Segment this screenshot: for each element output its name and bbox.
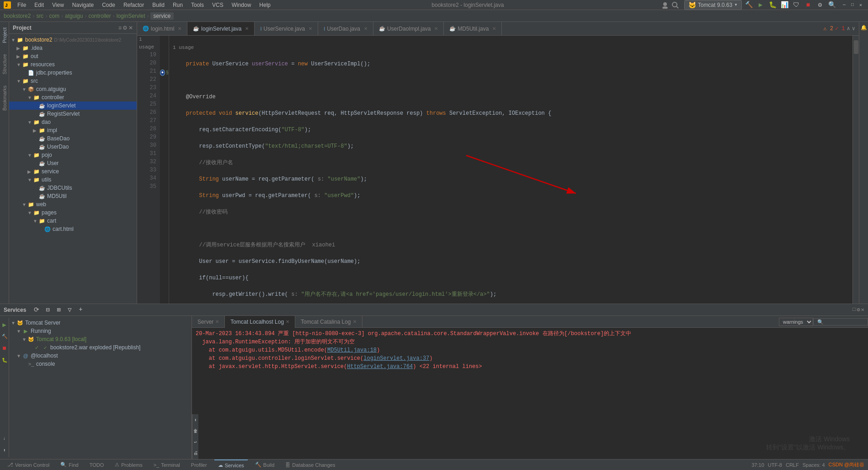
breadcrumb-controller[interactable]: controller (88, 13, 111, 19)
statusbar-profiler[interactable]: Profiler (187, 459, 211, 470)
tab-close-userdao[interactable]: ✕ (364, 26, 367, 31)
tab-md5util-java[interactable]: ☕ MD5Util.java ✕ (444, 22, 502, 36)
tree-src[interactable]: ▼ 📁 src (9, 77, 137, 85)
nav-down-icon[interactable]: ∨ (852, 25, 855, 32)
tree-controller[interactable]: ▼ 📁 controller (9, 93, 137, 101)
tree-idea[interactable]: ▶ 📁 .idea (9, 44, 137, 52)
tab-close-catalina[interactable]: ✕ (353, 319, 357, 324)
services-settings-icon[interactable]: ⚙ (857, 306, 860, 313)
tree-loginservlet[interactable]: ☕ loginServlet (9, 101, 137, 110)
services-filter-button[interactable]: ▽ (64, 304, 75, 315)
services-scroll-icon[interactable]: ↓ (0, 433, 10, 443)
services-deploy-icon[interactable]: ⬆ (0, 445, 10, 455)
search-everywhere-button[interactable]: 🔍 (827, 0, 837, 10)
breadcrumb-atguigu[interactable]: atguigu (65, 13, 83, 19)
services-tab-server[interactable]: Server ✕ (192, 316, 225, 328)
gutter-breakpoint-22[interactable]: ● (160, 69, 165, 76)
tab-close-userservice[interactable]: ✕ (309, 26, 312, 31)
menu-run[interactable]: Run (169, 1, 186, 9)
profile-button[interactable]: 📊 (779, 0, 789, 10)
csdn-link[interactable]: CSDN @尚硅谷 (829, 461, 864, 468)
tree-cart-html[interactable]: 🌐 cart.html (9, 225, 137, 233)
menu-window[interactable]: Window (228, 1, 255, 9)
maximize-button[interactable]: □ (849, 1, 856, 9)
tree-com-atguigu[interactable]: ▼ 📦 com.atguigu (9, 85, 137, 93)
structure-panel-toggle[interactable]: Structure (1, 50, 8, 78)
services-tomcat-instance[interactable]: ▼ 🐱 Tomcat 9.0.63 [local] (9, 335, 192, 343)
tree-jdbc-properties[interactable]: 📄 jdbc.properties (9, 69, 137, 77)
close-button[interactable]: ✕ (857, 1, 864, 9)
coverage-button[interactable]: 🛡 (791, 0, 801, 10)
services-war[interactable]: ✓ ✓ bookstore2.war exploded [Republish] (9, 343, 192, 352)
services-add-button[interactable]: + (75, 304, 85, 315)
statusbar-services[interactable]: ☁ Services (214, 459, 248, 470)
log-print[interactable]: 🖨 (192, 448, 201, 458)
tree-basedao[interactable]: ☕ BaseDao (9, 134, 137, 143)
project-settings-icon[interactable]: ⚙ (122, 25, 128, 31)
services-running[interactable]: ▼ ▶ Running (9, 327, 192, 335)
tree-web[interactable]: ▼ 📁 web (9, 200, 137, 208)
menu-build[interactable]: Build (149, 1, 168, 9)
services-stop-icon[interactable]: ■ (0, 343, 10, 353)
run-button[interactable]: ▶ (756, 0, 766, 10)
services-tomcat-server[interactable]: ▼ 🐱 Tomcat Server (9, 319, 192, 327)
services-localhost[interactable]: ▼ @ @localhost (9, 352, 192, 360)
build-button[interactable]: 🔨 (744, 0, 754, 10)
log-clear[interactable]: 🗑 (192, 426, 201, 436)
tree-pages[interactable]: ▼ 📁 pages (9, 208, 137, 217)
stop-button[interactable]: ■ (803, 0, 813, 10)
services-refresh-button[interactable]: ⟳ (32, 304, 42, 315)
services-build-icon[interactable]: 🔨 (0, 331, 10, 342)
services-tab-catalina-log[interactable]: Tomcat Catalina Log ✕ (295, 316, 362, 328)
tab-userdao-java[interactable]: I UserDao.java ✕ (318, 22, 373, 36)
tab-close-loginservlet[interactable]: ✕ (245, 26, 249, 31)
minimize-button[interactable]: — (841, 1, 848, 9)
tree-out[interactable]: ▶ 📁 out (9, 52, 137, 60)
tab-loginservlet-java[interactable]: ☕ loginServlet.java ✕ (187, 22, 255, 36)
log-search-input[interactable] (813, 318, 868, 326)
breadcrumb-project[interactable]: bookstore2 (4, 13, 31, 19)
user-icon[interactable] (661, 1, 669, 9)
services-collapse-button[interactable]: ⊟ (43, 304, 53, 315)
tree-user[interactable]: ☕ User (9, 159, 137, 167)
tree-pojo[interactable]: ▼ 📁 pojo (9, 151, 137, 159)
loginservlet-link[interactable]: loginServlet.java:37 (363, 355, 429, 362)
statusbar-todo[interactable]: TODO (86, 459, 108, 470)
tab-userservice-java[interactable]: I UserService.java ✕ (255, 22, 318, 36)
breadcrumb-src[interactable]: src (36, 13, 43, 19)
tree-cart[interactable]: ▼ 📁 cart (9, 217, 137, 225)
statusbar-terminal[interactable]: >_ Terminal (150, 459, 184, 470)
services-expand-icon[interactable]: □ (852, 306, 856, 313)
settings-button[interactable]: ⚙ (815, 0, 825, 10)
tree-registservlet[interactable]: ☕ RegistServlet (9, 110, 137, 118)
tab-login-html[interactable]: 🌐 login.html ✕ (137, 22, 187, 36)
statusbar-database-changes[interactable]: 🗄 Database Changes (282, 459, 339, 470)
nav-up-icon[interactable]: ∧ (847, 25, 850, 32)
services-group-button[interactable]: ⊞ (53, 304, 64, 315)
menu-refactor[interactable]: Refactor (120, 1, 148, 9)
code-editor[interactable]: 1 usage private UserService userService … (169, 36, 852, 304)
menu-tools[interactable]: Tools (187, 1, 208, 9)
tab-close-userdaoimpl[interactable]: ✕ (434, 26, 438, 31)
statusbar-build[interactable]: 🔨 Build (251, 459, 278, 470)
log-scroll-end[interactable]: ⬇ (192, 415, 201, 425)
tree-resources[interactable]: ▼ 📁 resources (9, 60, 137, 69)
tree-bookstore2[interactable]: ▼ 📁 bookstore2 D:\MyCode20230311\booksto… (9, 36, 137, 44)
menu-edit[interactable]: Edit (31, 1, 48, 9)
tree-dao[interactable]: ▼ 📁 dao (9, 118, 137, 126)
menu-navigate[interactable]: Navigate (69, 1, 97, 9)
tree-utils[interactable]: ▼ 📁 utils (9, 176, 137, 184)
tree-jdbcutils[interactable]: ☕ JDBCUtils (9, 184, 137, 192)
menu-file[interactable]: File (14, 1, 30, 9)
tree-impl[interactable]: ▶ 📁 impl (9, 126, 137, 134)
tab-userdaoimpl-java[interactable]: ☕ UserDaoImpl.java ✕ (373, 22, 444, 36)
services-close-icon[interactable]: ✕ (861, 306, 864, 313)
tab-close-localhost[interactable]: ✕ (286, 319, 289, 324)
log-filter-select[interactable]: warnings all errors (779, 318, 813, 326)
bookmarks-panel-toggle[interactable]: Bookmarks (1, 82, 8, 114)
services-debug-icon[interactable]: 🐛 (0, 355, 10, 365)
menu-code[interactable]: Code (98, 1, 119, 9)
tree-userdao[interactable]: ☕ UserDao (9, 143, 137, 151)
tree-service[interactable]: ▶ 📁 service (9, 167, 137, 176)
tab-close-server[interactable]: ✕ (215, 319, 219, 324)
